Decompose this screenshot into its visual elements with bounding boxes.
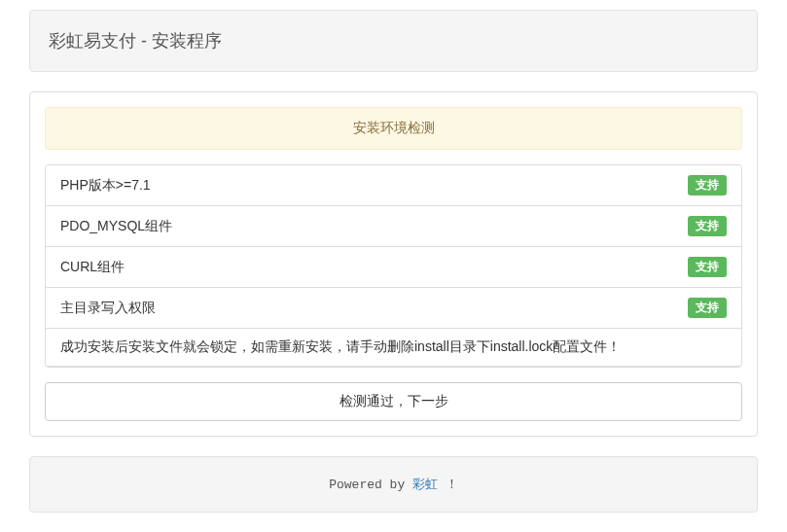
status-badge: 支持 bbox=[688, 216, 727, 236]
page-title: 彩虹易支付 - 安装程序 bbox=[49, 29, 738, 53]
install-notice: 成功安装后安装文件就会锁定，如需重新安装，请手动删除install目录下inst… bbox=[46, 329, 741, 367]
check-item-pdo: PDO_MYSQL组件 支持 bbox=[46, 206, 741, 247]
check-list: PHP版本>=7.1 支持 PDO_MYSQL组件 支持 CURL组件 支持 主… bbox=[45, 164, 742, 368]
check-label: PHP版本>=7.1 bbox=[60, 177, 151, 195]
footer-well: Powered by 彩虹 ！ bbox=[29, 456, 758, 513]
panel-body: 安装环境检测 PHP版本>=7.1 支持 PDO_MYSQL组件 支持 CURL… bbox=[30, 92, 757, 436]
status-badge: 支持 bbox=[688, 298, 727, 318]
check-label: 主目录写入权限 bbox=[60, 300, 156, 317]
page-container: 彩虹易支付 - 安装程序 安装环境检测 PHP版本>=7.1 支持 PDO_MY… bbox=[0, 0, 787, 522]
next-step-button[interactable]: 检测通过，下一步 bbox=[45, 382, 742, 421]
check-item-write: 主目录写入权限 支持 bbox=[46, 288, 741, 329]
status-badge: 支持 bbox=[688, 257, 727, 277]
check-label: CURL组件 bbox=[60, 259, 125, 276]
env-check-alert: 安装环境检测 bbox=[45, 107, 742, 150]
header-well: 彩虹易支付 - 安装程序 bbox=[29, 10, 758, 72]
check-item-php: PHP版本>=7.1 支持 bbox=[46, 165, 741, 206]
install-panel: 安装环境检测 PHP版本>=7.1 支持 PDO_MYSQL组件 支持 CURL… bbox=[29, 91, 758, 437]
footer-link[interactable]: 彩虹 bbox=[412, 478, 438, 492]
check-item-curl: CURL组件 支持 bbox=[46, 247, 741, 288]
status-badge: 支持 bbox=[688, 175, 727, 195]
footer-suffix: ！ bbox=[438, 478, 458, 492]
footer-prefix: Powered by bbox=[329, 478, 412, 492]
check-label: PDO_MYSQL组件 bbox=[60, 218, 172, 235]
